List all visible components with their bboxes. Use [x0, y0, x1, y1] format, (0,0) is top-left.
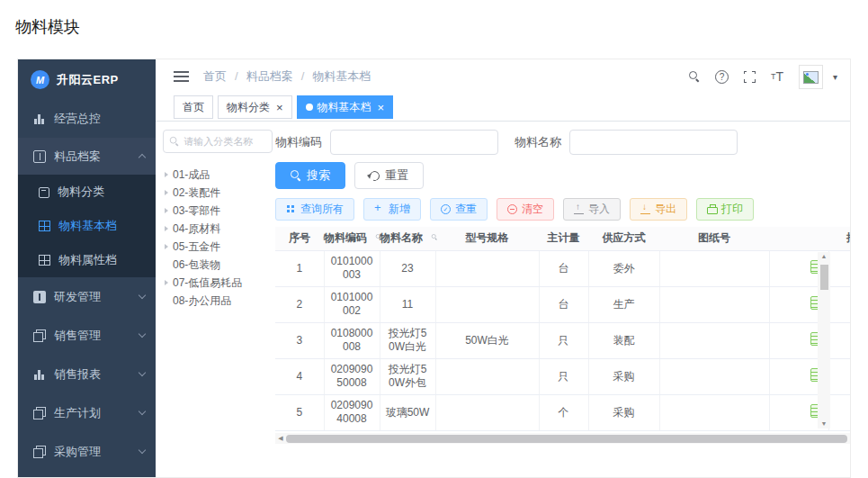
sidebar-item[interactable]: 经营总控 — [18, 100, 156, 138]
column-search-icon[interactable] — [431, 233, 440, 244]
tree-item[interactable]: 01-成品 — [163, 166, 273, 184]
vertical-scrollbar[interactable]: ▲ ▼ — [818, 252, 830, 428]
action-button[interactable]: 打印 — [696, 198, 754, 221]
cell-code: 0101000002 — [324, 286, 380, 322]
tab-bar: 首页 × 物料分类 × 物料基本档 × — [156, 94, 850, 122]
action-button[interactable]: 导入 — [563, 198, 621, 221]
tab[interactable]: 首页 × — [174, 95, 213, 119]
column-header[interactable]: 序号 — [275, 227, 324, 250]
category-search-input[interactable] — [182, 135, 266, 148]
category-tree-panel: 01-成品 02-装配件 03-零部件 04-原材料 05-五金 — [163, 130, 273, 477]
avatar-dropdown-caret-icon[interactable]: ▾ — [833, 72, 837, 82]
action-button[interactable]: 查询所有 — [275, 198, 354, 221]
horizontal-scroll-thumb[interactable] — [286, 435, 847, 443]
cell-code: 020909040008 — [324, 394, 380, 430]
expand-caret-icon[interactable] — [165, 208, 168, 213]
scroll-down-arrow-icon[interactable]: ▼ — [821, 419, 828, 428]
scroll-up-arrow-icon[interactable]: ▲ — [821, 252, 828, 261]
column-header[interactable]: 批 — [828, 227, 850, 250]
sidebar-item[interactable]: 料品档案 — [18, 138, 156, 175]
fullscreen-icon[interactable] — [744, 71, 756, 83]
sidebar-item-label: 销售管理 — [54, 328, 101, 344]
sidebar-item[interactable]: 采购管理 — [18, 432, 156, 471]
main-panel: 物料编码 物料名称 搜索 重置 — [275, 122, 850, 477]
tab-close-icon[interactable]: × — [378, 102, 385, 113]
column-header[interactable]: 型号规格 — [435, 227, 539, 250]
collapse-menu-icon[interactable] — [174, 71, 189, 83]
reset-button[interactable]: 重置 — [354, 162, 424, 189]
expand-caret-icon[interactable] — [165, 280, 168, 285]
column-header[interactable]: 供应方式 — [588, 227, 659, 250]
sidebar-item[interactable]: 研发管理 — [18, 277, 156, 316]
expand-caret-icon[interactable] — [165, 190, 168, 195]
action-button[interactable]: 清空 — [497, 198, 554, 221]
search-row: 搜索 重置 — [275, 162, 850, 189]
font-size-icon[interactable] — [771, 69, 783, 84]
tree-item[interactable]: 03-零部件 — [163, 202, 273, 220]
tree-item[interactable]: 06-包装物 — [163, 256, 273, 274]
action-button-label: 查重 — [455, 202, 477, 217]
search-icon[interactable] — [689, 71, 700, 82]
column-header[interactable]: 图纸号 — [659, 227, 769, 250]
column-header[interactable] — [769, 227, 828, 250]
column-search-icon[interactable] — [375, 233, 384, 244]
chevron-icon — [139, 154, 146, 161]
help-icon[interactable]: ? — [715, 70, 729, 84]
sidebar-item[interactable]: 物料基本档 — [18, 209, 156, 243]
horizontal-scrollbar[interactable]: ◀ — [275, 433, 850, 444]
column-header[interactable]: 物料编码 — [324, 227, 380, 250]
sidebar-item[interactable]: 物料分类 — [18, 175, 156, 209]
material-code-label: 物料编码 — [275, 134, 322, 150]
tree-item-label: 08-办公用品 — [173, 293, 231, 309]
action-button[interactable]: 新增 — [363, 198, 421, 221]
table-row[interactable]: 3 0108000008 投光灯50W白光 50W白光 只 装配 — [275, 322, 850, 358]
cell-serial: 5 — [275, 394, 324, 430]
action-button-icon — [286, 204, 296, 214]
sidebar-item[interactable]: 物料属性档 — [18, 243, 156, 277]
sidebar-item[interactable]: 销售报表 — [18, 355, 156, 393]
tree-item[interactable]: 08-办公用品 — [163, 292, 273, 310]
breadcrumb-item[interactable]: 料品档案 — [227, 68, 293, 85]
sidebar-item[interactable]: 生产计划 — [18, 393, 156, 432]
app-logo[interactable]: M 升阳云ERP — [18, 59, 156, 100]
cell-supply: 采购 — [588, 394, 659, 430]
search-button[interactable]: 搜索 — [275, 162, 345, 189]
table-row[interactable]: 4 020909050008 投光灯50W外包 只 采购 — [275, 358, 850, 394]
cell-clipped — [828, 250, 850, 286]
breadcrumb-item[interactable]: 首页 — [203, 68, 227, 85]
expand-caret-icon[interactable] — [165, 172, 168, 177]
tree-item-label: 03-零部件 — [173, 203, 220, 219]
tree-item[interactable]: 02-装配件 — [163, 184, 273, 202]
scroll-left-arrow-icon[interactable]: ◀ — [275, 435, 286, 442]
expand-caret-icon[interactable] — [165, 244, 168, 249]
column-header-label: 物料编码 — [324, 231, 367, 244]
table-row[interactable]: 5 020909040008 玻璃50W 个 采购 — [275, 394, 850, 430]
tree-item[interactable]: 05-五金件 — [163, 238, 273, 256]
tree-item[interactable]: 07-低值易耗品 — [163, 274, 273, 292]
sidebar-item-icon — [39, 255, 50, 266]
table-row[interactable]: 2 0101000002 11 台 生产 — [275, 286, 850, 322]
material-code-input[interactable] — [330, 130, 498, 155]
avatar[interactable] — [799, 65, 823, 89]
material-name-input[interactable] — [569, 130, 738, 155]
sidebar-item[interactable]: 销售管理 — [18, 316, 156, 355]
action-button[interactable]: 查重 — [430, 198, 488, 221]
breadcrumb-item[interactable]: 物料基本档 — [293, 68, 371, 85]
expand-caret-icon[interactable] — [165, 226, 168, 231]
table-row[interactable]: 1 0101000003 23 台 委外 — [275, 250, 850, 286]
action-button[interactable]: 导出 — [630, 198, 687, 221]
tab[interactable]: 物料基本档 × — [297, 95, 394, 119]
logo-title: 升阳云ERP — [57, 72, 119, 88]
column-header[interactable]: 主计量 — [539, 227, 588, 250]
vertical-scroll-thumb[interactable] — [820, 265, 828, 290]
tree-item[interactable]: 04-原材料 — [163, 220, 273, 238]
action-button-label: 打印 — [721, 202, 743, 217]
tree-item-label: 06-包装物 — [173, 257, 220, 273]
chevron-icon — [139, 408, 146, 415]
tab-close-icon[interactable]: × — [276, 102, 283, 113]
column-header[interactable]: 物料名称 — [380, 227, 435, 250]
action-button-label: 清空 — [522, 202, 543, 217]
tab[interactable]: 物料分类 × — [218, 95, 292, 119]
cell-clipped — [828, 286, 850, 322]
action-button-row: 查询所有 新增 查重 清空 导入 — [275, 198, 850, 221]
